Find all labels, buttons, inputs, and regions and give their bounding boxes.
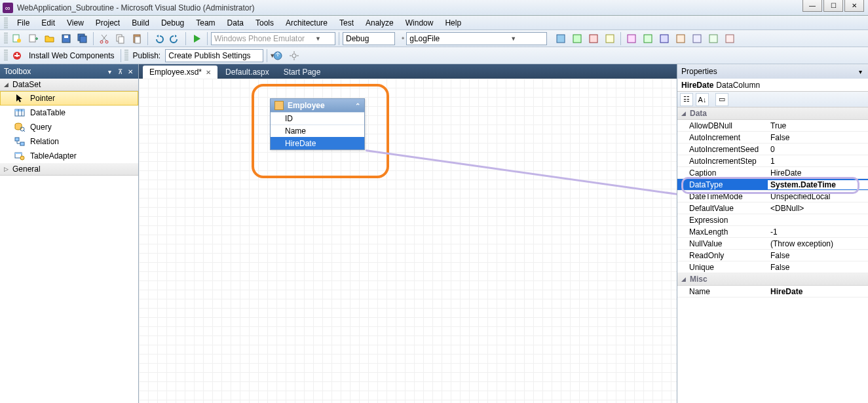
svg-rect-10 xyxy=(119,37,124,43)
toolbar-icon[interactable] xyxy=(554,31,568,46)
maximize-button[interactable]: ☐ xyxy=(823,0,843,12)
property-pages-button[interactable]: ▭ xyxy=(715,93,728,106)
menu-view[interactable]: View xyxy=(62,17,89,29)
entity-header[interactable]: Employee ⌃ xyxy=(271,99,364,112)
toolbar-icon[interactable] xyxy=(641,31,655,46)
prop-caption[interactable]: CaptionHireDate xyxy=(677,167,868,179)
toolbar-icon[interactable] xyxy=(706,31,721,46)
find-value[interactable] xyxy=(409,33,508,44)
chevron-down-icon[interactable]: ▾ xyxy=(105,67,113,75)
emulator-combo[interactable]: ▼ xyxy=(211,32,335,45)
menu-build[interactable]: Build xyxy=(126,17,155,29)
menu-architecture[interactable]: Architecture xyxy=(280,17,333,29)
config-combo[interactable]: ▼ xyxy=(343,32,395,45)
prop-maxlength[interactable]: MaxLength-1 xyxy=(677,226,868,238)
prop-autoincrementseed[interactable]: AutoIncrementSeed0 xyxy=(677,144,868,155)
undo-button[interactable] xyxy=(151,31,166,46)
pin-icon[interactable]: ⊼ xyxy=(116,67,124,75)
close-icon[interactable]: ✕ xyxy=(126,67,134,75)
toolbox-item-pointer[interactable]: Pointer xyxy=(0,91,138,106)
menu-analyze[interactable]: Analyze xyxy=(360,17,399,29)
toolbox-item-relation[interactable]: Relation xyxy=(0,134,138,149)
properties-header[interactable]: Properties ▾ xyxy=(677,64,868,79)
prop-datetimemode[interactable]: DateTimeModeUnspecifiedLocal xyxy=(677,191,868,202)
prop-unique[interactable]: UniqueFalse xyxy=(677,261,868,273)
menu-project[interactable]: Project xyxy=(90,17,125,29)
publish-combo[interactable]: ▼ xyxy=(165,49,263,62)
publish-button[interactable] xyxy=(271,48,285,63)
toolbar-icon[interactable] xyxy=(570,31,584,46)
toolbar-icon[interactable] xyxy=(624,31,639,46)
toolbox-item-tableadapter[interactable]: TableAdapter xyxy=(0,149,138,163)
entity-column-name[interactable]: Name xyxy=(271,125,364,137)
menu-file[interactable]: File xyxy=(12,17,35,29)
toolbar-icon[interactable] xyxy=(603,31,617,46)
menu-edit[interactable]: Edit xyxy=(36,17,60,29)
toolbar-icon[interactable] xyxy=(586,31,601,46)
menu-bar: File Edit View Project Build Debug Team … xyxy=(0,16,868,30)
open-button[interactable] xyxy=(43,31,57,46)
menu-team[interactable]: Team xyxy=(191,17,220,29)
add-item-button[interactable] xyxy=(26,31,41,46)
prop-autoincrementstep[interactable]: AutoIncrementStep1 xyxy=(677,155,868,167)
datatable-icon xyxy=(274,101,284,110)
toolbox-item-query[interactable]: Query xyxy=(0,120,138,134)
toolbox-header[interactable]: Toolbox ▾ ⊼ ✕ xyxy=(0,64,138,79)
category-data[interactable]: ◢Data xyxy=(677,107,868,120)
paste-button[interactable] xyxy=(130,31,144,46)
toolbox-title: Toolbox xyxy=(4,67,31,76)
toolbar-icon[interactable] xyxy=(673,31,688,46)
toolbox-group-dataset[interactable]: ◢ DataSet xyxy=(0,79,138,91)
tab-employee-xsd[interactable]: Employee.xsd* ✕ xyxy=(143,66,217,79)
toolbar-icon[interactable] xyxy=(723,31,737,46)
prop-name[interactable]: NameHireDate xyxy=(677,286,868,297)
toolbox-panel: Toolbox ▾ ⊼ ✕ ◢ DataSet Pointer DataTabl… xyxy=(0,64,139,403)
cut-button[interactable] xyxy=(97,31,111,46)
publish-label: Publish: xyxy=(130,51,164,60)
close-button[interactable]: ✕ xyxy=(844,0,864,12)
toolbox-item-datatable[interactable]: DataTable xyxy=(0,106,138,120)
prop-defaultvalue[interactable]: DefaultValue<DBNull> xyxy=(677,202,868,214)
redo-button[interactable] xyxy=(168,31,182,46)
save-button[interactable] xyxy=(59,31,73,46)
menu-debug[interactable]: Debug xyxy=(156,17,189,29)
alphabetical-button[interactable]: A↓ xyxy=(696,93,709,106)
close-icon[interactable]: ✕ xyxy=(206,69,211,76)
toolbar-icon[interactable] xyxy=(657,31,671,46)
standard-toolbar: ▼ ▼ • ▼ xyxy=(0,30,868,47)
design-surface[interactable]: Employee ⌃ ID Name HireDate xyxy=(139,79,677,403)
start-debug-button[interactable] xyxy=(189,31,204,46)
category-misc[interactable]: ◢Misc xyxy=(677,273,868,286)
toolbox-group-general[interactable]: ▷ General xyxy=(0,163,138,176)
menu-help[interactable]: Help xyxy=(440,17,466,29)
menu-tools[interactable]: Tools xyxy=(250,17,279,29)
copy-button[interactable] xyxy=(113,31,128,46)
collapse-icon[interactable]: ⌃ xyxy=(355,102,360,109)
prop-allowdbnull[interactable]: AllowDBNullTrue xyxy=(677,120,868,132)
prop-expression[interactable]: Expression xyxy=(677,214,868,226)
minimize-button[interactable]: — xyxy=(802,0,822,12)
install-web-button[interactable]: Install Web Components xyxy=(26,51,117,60)
save-all-button[interactable] xyxy=(75,31,90,46)
settings-button[interactable] xyxy=(287,48,301,63)
prop-autoincrement[interactable]: AutoIncrementFalse xyxy=(677,132,868,144)
tab-start-page[interactable]: Start Page xyxy=(277,66,328,79)
prop-nullvalue[interactable]: NullValue(Throw exception) xyxy=(677,238,868,250)
menu-window[interactable]: Window xyxy=(400,17,439,29)
new-project-button[interactable] xyxy=(10,31,24,46)
chevron-down-icon[interactable]: ▾ xyxy=(856,67,864,75)
find-combo[interactable]: ▼ xyxy=(406,32,547,45)
properties-object[interactable]: HireDate DataColumn xyxy=(677,79,868,92)
toolbar-icon[interactable] xyxy=(690,31,704,46)
prop-datatype[interactable]: DataTypeSystem.DateTime xyxy=(677,179,868,191)
prop-readonly[interactable]: ReadOnlyFalse xyxy=(677,250,868,261)
entity-column-hiredate[interactable]: HireDate xyxy=(271,137,364,149)
expand-icon: ◢ xyxy=(4,81,9,88)
emulator-value xyxy=(214,33,312,44)
menu-test[interactable]: Test xyxy=(334,17,359,29)
categorized-button[interactable]: ☷ xyxy=(680,93,693,106)
entity-column-id[interactable]: ID xyxy=(271,112,364,125)
entity-employee[interactable]: Employee ⌃ ID Name HireDate xyxy=(270,98,365,150)
menu-data[interactable]: Data xyxy=(222,17,249,29)
tab-default-aspx[interactable]: Default.aspx xyxy=(219,66,276,79)
